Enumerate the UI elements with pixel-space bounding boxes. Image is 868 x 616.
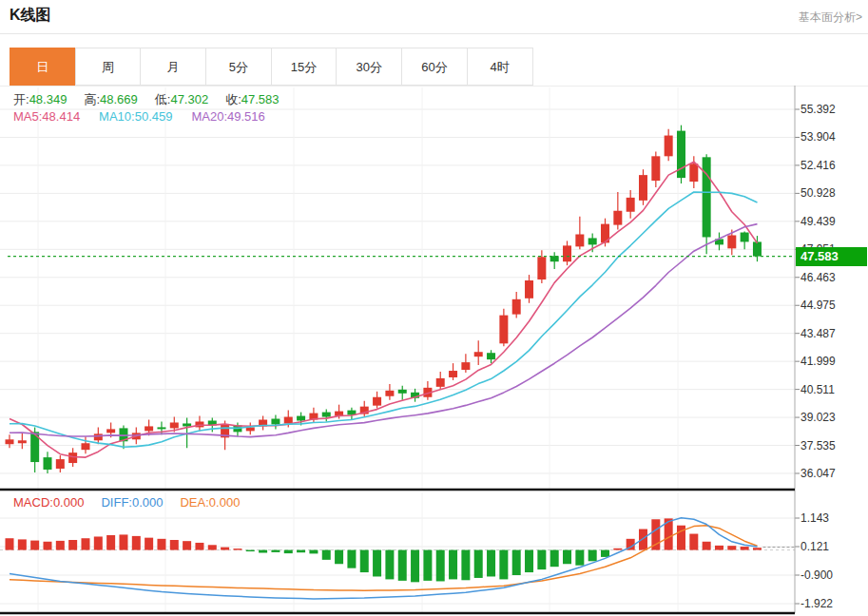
- y-axis-label: 40.511: [800, 383, 867, 396]
- y-axis-label: 36.047: [800, 467, 867, 480]
- kline-widget: { "header": {"title": "K线图", "link": "基本…: [0, 0, 868, 616]
- macd-legend: MACD:0.000DIFF:0.000DEA:0.000: [13, 495, 240, 510]
- y-axis-label: 50.928: [800, 186, 867, 200]
- y-axis-label: 39.023: [800, 411, 867, 424]
- period-tabbar: 日周月5分15分30分60分4时: [10, 48, 533, 86]
- tab-period-5[interactable]: 30分: [336, 48, 402, 86]
- legend-item: 低:47.302: [155, 91, 208, 108]
- legend-item: 高:48.669: [84, 91, 137, 108]
- legend-item: DIFF:0.000: [101, 495, 163, 510]
- page-title: K线图: [10, 6, 51, 26]
- fundamental-analysis-link[interactable]: 基本面分析>: [799, 10, 862, 26]
- y-axis-label: 37.535: [800, 439, 867, 452]
- ma-legend: MA5:48.414MA10:50.459MA20:49.516: [13, 109, 265, 124]
- y-axis-label: 52.416: [800, 159, 867, 172]
- y-axis-label: 1.143: [800, 511, 867, 525]
- tab-period-7[interactable]: 4时: [467, 48, 533, 86]
- legend-item: MA5:48.414: [13, 109, 80, 124]
- tab-period-2[interactable]: 月: [140, 48, 206, 86]
- y-axis-label: 44.975: [800, 298, 867, 312]
- legend-item: DEA:0.000: [180, 495, 240, 510]
- legend-item: MA10:50.459: [99, 109, 172, 124]
- y-axis-label: 53.904: [800, 130, 867, 144]
- tab-period-4[interactable]: 15分: [271, 48, 338, 86]
- y-axis-label: 49.439: [800, 215, 867, 228]
- macd-indicator-chart[interactable]: [0, 491, 868, 616]
- y-axis-label: -0.900: [800, 568, 867, 582]
- y-axis-label: -1.922: [800, 597, 867, 610]
- y-axis-label: 46.463: [800, 271, 867, 284]
- y-axis-label: 0.121: [800, 540, 867, 553]
- tab-period-6[interactable]: 60分: [401, 48, 468, 86]
- tab-period-3[interactable]: 5分: [205, 48, 272, 86]
- y-axis-label: 55.392: [800, 103, 867, 116]
- ohlc-legend: 开:48.349高:48.669低:47.302收:47.583: [13, 91, 280, 108]
- legend-item: 开:48.349: [13, 91, 67, 108]
- y-axis-label: 41.999: [800, 355, 867, 368]
- legend-item: 收:47.583: [225, 91, 279, 108]
- legend-item: MACD:0.000: [13, 495, 84, 510]
- legend-item: MA20:49.516: [191, 109, 264, 124]
- main-candlestick-chart[interactable]: [0, 86, 868, 491]
- divider: [0, 33, 868, 34]
- tab-period-0[interactable]: 日: [10, 48, 76, 86]
- current-price-tag: 47.583: [796, 247, 867, 266]
- tab-period-1[interactable]: 周: [75, 48, 142, 86]
- y-axis-label: 43.487: [800, 327, 867, 340]
